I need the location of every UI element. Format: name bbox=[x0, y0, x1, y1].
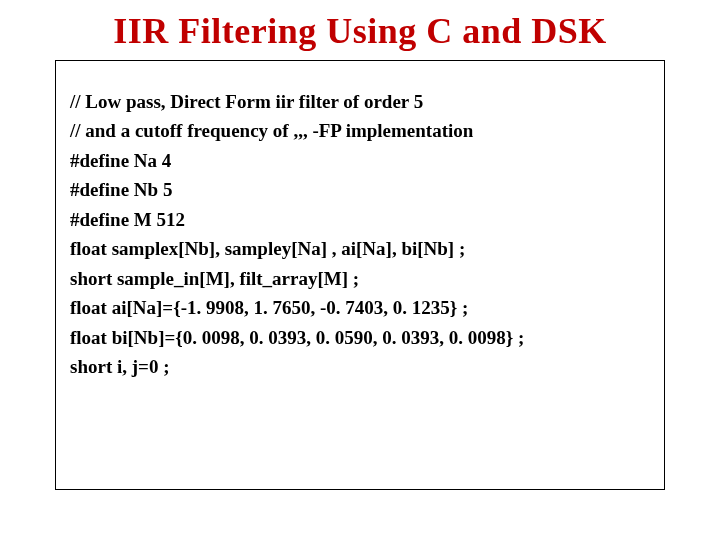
code-line: #define Nb 5 bbox=[70, 175, 650, 204]
code-line: float bi[Nb]={0. 0098, 0. 0393, 0. 0590,… bbox=[70, 323, 650, 352]
code-box: // Low pass, Direct Form iir filter of o… bbox=[55, 60, 665, 490]
code-line: // Low pass, Direct Form iir filter of o… bbox=[70, 87, 650, 116]
code-line: short sample_in[M], filt_array[M] ; bbox=[70, 264, 650, 293]
slide: IIR Filtering Using C and DSK // Low pas… bbox=[0, 0, 720, 540]
code-line: #define M 512 bbox=[70, 205, 650, 234]
slide-title: IIR Filtering Using C and DSK bbox=[0, 10, 720, 52]
code-line: float ai[Na]={-1. 9908, 1. 7650, -0. 740… bbox=[70, 293, 650, 322]
code-line: // and a cutoff frequency of ,,, -FP imp… bbox=[70, 116, 650, 145]
code-line: float samplex[Nb], sampley[Na] , ai[Na],… bbox=[70, 234, 650, 263]
code-line: #define Na 4 bbox=[70, 146, 650, 175]
code-line: short i, j=0 ; bbox=[70, 352, 650, 381]
